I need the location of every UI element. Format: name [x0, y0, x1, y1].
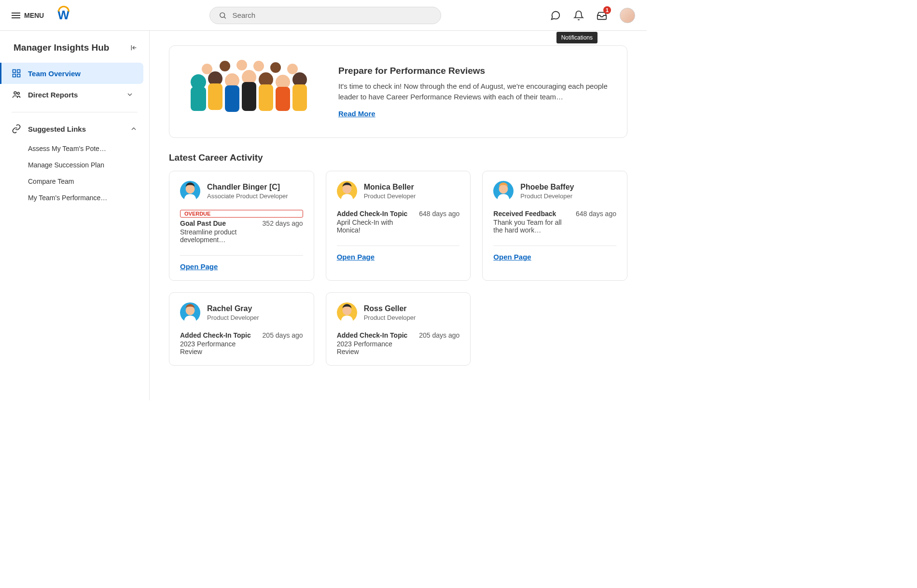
- hamburger-icon: [12, 13, 20, 18]
- svg-rect-20: [259, 84, 273, 111]
- person-avatar: [337, 302, 357, 323]
- svg-rect-22: [276, 87, 290, 111]
- workday-logo[interactable]: W: [57, 8, 69, 23]
- suggested-links-title: Suggested Links: [28, 125, 86, 133]
- profile-avatar[interactable]: [620, 8, 635, 23]
- open-page-link[interactable]: Open Page: [180, 262, 303, 271]
- menu-label: MENU: [24, 12, 44, 19]
- banner-card: Prepare for Performance Reviews It's tim…: [169, 45, 627, 138]
- activity-title: Added Check-In Topic: [337, 331, 412, 339]
- suggested-link[interactable]: Compare Team: [28, 173, 129, 190]
- overdue-badge: OVERDUE: [180, 210, 303, 218]
- activity-title: Goal Past Due: [180, 219, 255, 227]
- inbox-badge: 1: [603, 6, 611, 14]
- svg-point-9: [17, 92, 19, 94]
- activity-title: Added Check-In Topic: [180, 331, 255, 339]
- svg-point-27: [236, 60, 247, 70]
- topbar: MENU W 1 Notifications: [0, 0, 647, 31]
- person-name: Phoebe Baffey: [520, 183, 574, 191]
- person-name: Monica Beller: [364, 183, 416, 191]
- bell-icon[interactable]: [573, 10, 584, 21]
- person-avatar: [180, 302, 200, 323]
- open-page-link[interactable]: Open Page: [493, 253, 616, 261]
- activity-title: Received Feedback: [493, 210, 568, 218]
- suggested-link[interactable]: Assess My Team's Pote…: [28, 140, 129, 157]
- svg-point-8: [14, 92, 16, 94]
- inbox-icon[interactable]: 1: [597, 10, 607, 21]
- sidebar-item-label: Direct Reports: [28, 91, 78, 99]
- svg-point-31: [186, 184, 195, 193]
- divider: [337, 246, 460, 246]
- activity-days: 648 days ago: [419, 210, 459, 234]
- activity-desc: Streamline product development…: [180, 228, 255, 244]
- activity-days: 205 days ago: [419, 331, 459, 356]
- suggested-links-header[interactable]: Suggested Links: [0, 119, 149, 138]
- person-name: Chandler Binger [C]: [207, 183, 288, 191]
- activity-desc: 2023 Performance Review: [337, 340, 412, 356]
- banner-body: It's time to check in! Now through the e…: [338, 81, 611, 103]
- divider: [12, 112, 138, 112]
- activity-card: Monica Beller Product Developer Added Ch…: [326, 171, 471, 281]
- activity-card: Chandler Binger [C] Associate Product De…: [169, 171, 314, 281]
- svg-point-29: [270, 62, 281, 73]
- activity-card: Ross Geller Product Developer Added Chec…: [326, 292, 471, 366]
- svg-point-34: [186, 306, 195, 315]
- suggested-links-list: Assess My Team's Pote… Manage Succession…: [0, 138, 149, 206]
- banner-title: Prepare for Performance Reviews: [338, 66, 611, 76]
- suggested-link[interactable]: Manage Succession Plan: [28, 157, 129, 173]
- divider: [180, 255, 303, 256]
- person-role: Product Developer: [364, 192, 416, 200]
- activity-cards: Chandler Binger [C] Associate Product De…: [169, 171, 627, 366]
- divider: [493, 246, 616, 246]
- svg-line-1: [224, 17, 225, 18]
- activity-days: 648 days ago: [576, 210, 616, 234]
- svg-rect-7: [17, 74, 20, 77]
- svg-rect-18: [242, 82, 256, 111]
- chat-icon[interactable]: [550, 10, 561, 21]
- person-avatar: [337, 181, 357, 201]
- activity-card: Phoebe Baffey Product Developer Received…: [482, 171, 627, 281]
- search-input[interactable]: [233, 11, 432, 19]
- activity-desc: Thank you Team for all the hard work…: [493, 219, 568, 234]
- activity-desc: 2023 Performance Review: [180, 340, 255, 356]
- svg-point-35: [342, 306, 351, 315]
- svg-rect-14: [208, 83, 222, 110]
- notifications-tooltip: Notifications: [556, 32, 597, 43]
- collapse-icon[interactable]: [130, 44, 138, 52]
- svg-rect-4: [13, 70, 16, 73]
- person-role: Associate Product Developer: [207, 192, 288, 200]
- person-role: Product Developer: [207, 314, 259, 321]
- person-role: Product Developer: [364, 314, 416, 321]
- svg-point-33: [499, 184, 508, 193]
- svg-rect-12: [191, 87, 206, 111]
- svg-rect-6: [13, 74, 16, 77]
- svg-point-25: [202, 64, 212, 74]
- activity-card: Rachel Gray Product Developer Added Chec…: [169, 292, 314, 366]
- search-bar[interactable]: [209, 7, 441, 24]
- svg-rect-5: [17, 70, 20, 73]
- link-icon: [12, 124, 21, 134]
- open-page-link[interactable]: Open Page: [337, 253, 460, 261]
- sidebar-item-direct-reports[interactable]: Direct Reports: [0, 84, 143, 105]
- grid-icon: [12, 68, 21, 78]
- chevron-down-icon: [126, 91, 134, 98]
- activity-title: Added Check-In Topic: [337, 210, 412, 218]
- activity-days: 352 days ago: [263, 219, 303, 244]
- svg-point-30: [287, 64, 298, 74]
- menu-button[interactable]: MENU: [12, 12, 44, 19]
- person-role: Product Developer: [520, 192, 574, 200]
- main-content: Prepare for Performance Reviews It's tim…: [150, 31, 647, 400]
- top-icons: 1: [550, 8, 635, 23]
- banner-illustration: [179, 55, 319, 128]
- suggested-link[interactable]: My Team's Performance…: [28, 190, 129, 206]
- sidebar-item-label: Team Overview: [28, 69, 81, 78]
- activity-desc: April Check-In with Monica!: [337, 219, 412, 234]
- person-name: Ross Geller: [364, 304, 416, 313]
- person-name: Rachel Gray: [207, 304, 259, 313]
- search-icon: [219, 11, 227, 20]
- person-avatar: [180, 181, 200, 201]
- sidebar-item-team-overview[interactable]: Team Overview: [0, 63, 143, 84]
- read-more-link[interactable]: Read More: [338, 109, 375, 118]
- svg-rect-16: [225, 85, 239, 112]
- svg-point-32: [342, 184, 351, 193]
